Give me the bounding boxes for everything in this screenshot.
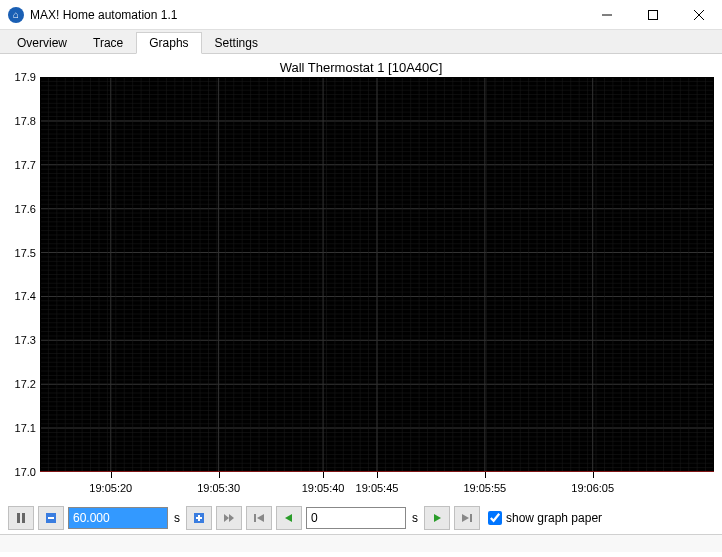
y-tick: 17.5 — [15, 247, 36, 259]
toolbar: s s show graph paper — [0, 502, 722, 534]
y-tick: 17.7 — [15, 159, 36, 171]
svg-marker-207 — [434, 514, 441, 522]
x-tick: 19:05:40 — [302, 482, 345, 494]
offset-input[interactable] — [306, 507, 406, 529]
window-controls — [584, 0, 722, 30]
tab-graphs[interactable]: Graphs — [136, 32, 201, 54]
svg-marker-203 — [229, 514, 234, 522]
svg-rect-195 — [17, 513, 20, 523]
y-tick: 17.0 — [15, 466, 36, 478]
svg-rect-196 — [22, 513, 25, 523]
y-axis: 17.017.117.217.317.417.517.617.717.817.9 — [8, 77, 40, 472]
titlebar: ⌂ MAX! Home automation 1.1 — [0, 0, 722, 30]
svg-marker-205 — [257, 514, 264, 522]
x-tick: 19:06:05 — [571, 482, 614, 494]
zoom-in-button[interactable] — [186, 506, 212, 530]
plot[interactable] — [40, 77, 714, 472]
step-back-button[interactable] — [276, 506, 302, 530]
y-tick: 17.8 — [15, 115, 36, 127]
offset-unit: s — [410, 511, 420, 525]
tab-overview[interactable]: Overview — [4, 32, 80, 53]
graph-title: Wall Thermostat 1 [10A40C] — [8, 58, 714, 77]
interval-unit: s — [172, 511, 182, 525]
minimize-button[interactable] — [584, 0, 630, 30]
plot-container: 17.017.117.217.317.417.517.617.717.817.9 — [8, 77, 714, 472]
x-tick: 19:05:45 — [356, 482, 399, 494]
window-title: MAX! Home automation 1.1 — [30, 8, 584, 22]
skip-end-button[interactable] — [454, 506, 480, 530]
svg-rect-201 — [198, 515, 200, 521]
x-tick: 19:05:30 — [197, 482, 240, 494]
show-graph-paper-box[interactable] — [488, 511, 502, 525]
svg-rect-1 — [649, 10, 658, 19]
footer — [0, 534, 722, 552]
maximize-button[interactable] — [630, 0, 676, 30]
show-graph-paper-checkbox[interactable]: show graph paper — [488, 511, 602, 525]
tab-trace[interactable]: Trace — [80, 32, 136, 53]
step-forward-button[interactable] — [424, 506, 450, 530]
y-tick: 17.2 — [15, 378, 36, 390]
svg-rect-198 — [48, 517, 54, 519]
skip-start-button[interactable] — [246, 506, 272, 530]
svg-marker-202 — [224, 514, 229, 522]
x-tick: 19:05:20 — [89, 482, 132, 494]
y-tick: 17.4 — [15, 290, 36, 302]
pause-button[interactable] — [8, 506, 34, 530]
close-button[interactable] — [676, 0, 722, 30]
y-tick: 17.1 — [15, 422, 36, 434]
tab-bar: Overview Trace Graphs Settings — [0, 30, 722, 54]
show-graph-paper-label: show graph paper — [506, 511, 602, 525]
svg-rect-204 — [254, 514, 256, 522]
tab-settings[interactable]: Settings — [202, 32, 271, 53]
y-tick: 17.3 — [15, 334, 36, 346]
x-axis: 19:05:2019:05:3019:05:4019:05:4519:05:55… — [40, 472, 714, 502]
y-tick: 17.9 — [15, 71, 36, 83]
svg-rect-209 — [470, 514, 472, 522]
svg-marker-208 — [462, 514, 469, 522]
fast-forward-button[interactable] — [216, 506, 242, 530]
interval-input[interactable] — [68, 507, 168, 529]
graph-area: Wall Thermostat 1 [10A40C] 17.017.117.21… — [0, 54, 722, 502]
app-icon: ⌂ — [8, 7, 24, 23]
y-tick: 17.6 — [15, 203, 36, 215]
x-tick: 19:05:55 — [463, 482, 506, 494]
svg-marker-206 — [285, 514, 292, 522]
zoom-out-button[interactable] — [38, 506, 64, 530]
